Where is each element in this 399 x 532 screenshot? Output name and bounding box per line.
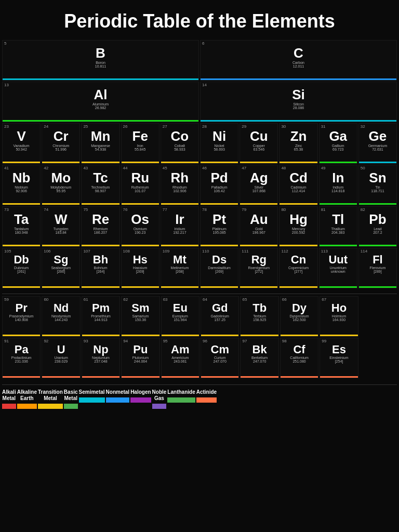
legend-alkaline-earth: AlkalineEarth: [17, 389, 37, 409]
element-Ta[interactable]: 73 Ta Tantalum 180.948: [2, 206, 41, 247]
element-Pa[interactable]: 91 Pa Protactinium 231.036: [2, 338, 41, 378]
element-Es[interactable]: 99 Es Einsteinium [254]: [320, 338, 358, 378]
element-placeholder: [360, 296, 397, 337]
legend-nonmetal: Nonmetal: [106, 389, 130, 409]
element-Mn[interactable]: 25 Mn Manganese 54.938: [81, 123, 119, 164]
element-Cu[interactable]: 29 Cu Copper 63.546: [240, 123, 278, 164]
element-Ru[interactable]: 44 Ru Ruthenium 101.07: [121, 165, 159, 205]
element-Ho[interactable]: 67 Ho Holmium 164.930: [320, 296, 358, 337]
element-Cr[interactable]: 24 Cr Chromium 51.996: [42, 123, 80, 164]
element-Np[interactable]: 93 Np Neptunium 237.048: [82, 338, 120, 378]
legend-lanthanide: Lanthanide: [167, 389, 195, 409]
periodic-table: 5 B Boron 10.811 6 C Carbon 12.011 13 Al…: [2, 40, 397, 409]
element-Au[interactable]: 79 Au Gold 196.967: [240, 206, 278, 247]
element-Dy[interactable]: 66 Dy Dysprosium 162.500: [280, 296, 318, 337]
element-Uut[interactable]: 113 Uut Ununtrium unknown: [319, 248, 357, 288]
element-Rg[interactable]: 111 Rg Roentgenium [272]: [240, 248, 278, 288]
page-title: Periodic Table of the Elements: [0, 0, 399, 40]
element-Eu[interactable]: 63 Eu Europium 151.964: [161, 296, 200, 337]
element-Mo[interactable]: 42 Mo Molybdenum 95.95: [42, 165, 80, 205]
legend-basic-metal: BasicMetal: [64, 389, 78, 409]
element-Mt[interactable]: 109 Mt Meitnerium [268]: [161, 248, 199, 288]
element-V[interactable]: 23 V Vanadium 50.942: [2, 123, 41, 164]
element-Db[interactable]: 105 Db Dubnium [261]: [2, 248, 41, 288]
element-Al[interactable]: 13 Al Aluminum 26.982: [2, 82, 199, 122]
element-Fe[interactable]: 26 Fe Iron 55.845: [121, 123, 159, 164]
element-Cd[interactable]: 48 Cd Cadmium 112.414: [279, 165, 317, 205]
element-Sg[interactable]: 106 Sg Seaborgium [266]: [42, 248, 80, 288]
element-W[interactable]: 74 W Tungsten 183.84: [42, 206, 80, 247]
element-Zn[interactable]: 30 Zn Zinc 65.38: [279, 123, 317, 164]
element-Pr[interactable]: 59 Pr Praseodymium 140.908: [2, 296, 41, 337]
element-Pm[interactable]: 61 Pm Promethium 144.913: [82, 296, 120, 337]
legend-noble-gas: NobleGas: [152, 389, 167, 409]
element-Sm[interactable]: 62 Sm Samarium 150.36: [121, 296, 159, 337]
element-Hg[interactable]: 80 Hg Mercury 200.592: [279, 206, 317, 247]
element-placeholder2: [360, 338, 397, 378]
element-Pu[interactable]: 94 Pu Plutonium 244.064: [121, 338, 159, 378]
legend-semimetal: Semimetal: [79, 389, 105, 409]
element-Hs[interactable]: 108 Hs Hassium [269]: [121, 248, 159, 288]
element-Ga[interactable]: 31 Ga Gallium 69.723: [319, 123, 357, 164]
legend-actinide: Actinide: [196, 389, 217, 409]
element-Nb[interactable]: 41 Nb Niobium 92.906: [2, 165, 41, 205]
element-Tb[interactable]: 65 Tb Terbium 158.925: [240, 296, 278, 337]
element-Gd[interactable]: 64 Gd Gadolinium 157.25: [201, 296, 239, 337]
element-Cn[interactable]: 112 Cn Copernicium [277]: [279, 248, 317, 288]
element-Tc[interactable]: 43 Tc Technetium 98.907: [81, 165, 119, 205]
element-Bh[interactable]: 107 Bh Bohrium [264]: [81, 248, 119, 288]
element-Fl[interactable]: 114 Fl Flerovium [289]: [358, 248, 397, 288]
element-Tl[interactable]: 81 Tl Thallium 204.383: [319, 206, 357, 247]
element-Si[interactable]: 14 Si Silicon 28.086: [200, 82, 397, 122]
element-Bk[interactable]: 97 Bk Berkelium 247.070: [240, 338, 278, 378]
element-Os[interactable]: 76 Os Osmium 190.23: [121, 206, 159, 247]
element-Co[interactable]: 27 Co Cobalt 58.933: [161, 123, 199, 164]
element-B[interactable]: 5 B Boron 10.811: [2, 40, 199, 81]
element-Ge[interactable]: 32 Ge Germanium 72.631: [358, 123, 397, 164]
element-Nd[interactable]: 60 Nd Neodymium 144.243: [42, 296, 80, 337]
legend-halogen: Halogen: [130, 389, 151, 409]
legend-transition-metal: TransitionMetal: [38, 389, 63, 409]
element-Ir[interactable]: 77 Ir Iridium 192.217: [161, 206, 199, 247]
element-Re[interactable]: 75 Re Rhenium 186.207: [81, 206, 119, 247]
element-Am[interactable]: 95 Am Americium 243.061: [161, 338, 200, 378]
element-Cf[interactable]: 98 Cf Californium 251.080: [280, 338, 318, 378]
element-C[interactable]: 6 C Carbon 12.011: [200, 40, 397, 81]
element-Cm[interactable]: 96 Cm Curium 247.070: [201, 338, 239, 378]
element-Rh[interactable]: 45 Rh Rhodium 102.906: [161, 165, 199, 205]
element-Pd[interactable]: 46 Pd Palladium 106.42: [200, 165, 238, 205]
element-Sn[interactable]: 50 Sn Tin 118.711: [358, 165, 397, 205]
legend-alkali-metal: AlkaliMetal: [2, 389, 16, 409]
element-In[interactable]: 49 In Indium 114.818: [319, 165, 357, 205]
element-Ag[interactable]: 47 Ag Silver 107.868: [240, 165, 278, 205]
element-Ds[interactable]: 110 Ds Darmstadtium [269]: [200, 248, 238, 288]
element-Ni[interactable]: 28 Ni Nickel 58.693: [200, 123, 238, 164]
element-Pt[interactable]: 78 Pt Platinum 195.085: [200, 206, 238, 247]
element-U[interactable]: 92 U Uranium 238.029: [42, 338, 80, 378]
legend: AlkaliMetal AlkalineEarth TransitionMeta…: [2, 384, 397, 409]
element-Pb[interactable]: 82 Pb Lead 207.2: [358, 206, 397, 247]
